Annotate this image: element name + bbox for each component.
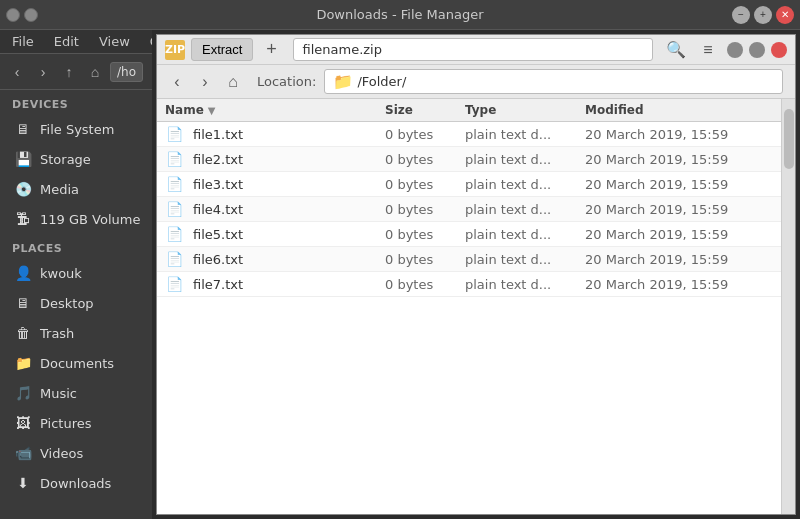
file-modified: 20 March 2019, 15:59 (585, 177, 773, 192)
file-modified: 20 March 2019, 15:59 (585, 252, 773, 267)
file-name: file3.txt (193, 177, 385, 192)
maximize-button[interactable]: + (754, 6, 772, 24)
zip-forward-button[interactable]: › (193, 70, 217, 94)
sidebar-toolbar: ‹ › ↑ ⌂ /ho (0, 54, 152, 90)
sidebar-pictures-label: Pictures (40, 416, 91, 431)
sidebar-trash-label: Trash (40, 326, 74, 341)
zip-close-button[interactable] (771, 42, 787, 58)
file-size: 0 bytes (385, 152, 465, 167)
zip-search-button[interactable]: 🔍 (663, 37, 689, 63)
downloads-icon: ⬇ (14, 474, 32, 492)
scrollbar-thumb[interactable] (784, 109, 794, 169)
zip-home-button[interactable]: ⌂ (221, 70, 245, 94)
location-label: Location: (257, 74, 316, 89)
sidebar-item-filesystem[interactable]: 🖥 File System (4, 115, 148, 143)
file-type: plain text d... (465, 152, 585, 167)
file-type: plain text d... (465, 202, 585, 217)
sidebar-item-documents[interactable]: 📁 Documents (4, 349, 148, 377)
file-size: 0 bytes (385, 202, 465, 217)
home-button[interactable]: ⌂ (84, 61, 106, 83)
sidebar-item-trash[interactable]: 🗑 Trash (4, 319, 148, 347)
file-icon: 📄 (165, 200, 183, 218)
storage-icon: 💾 (14, 150, 32, 168)
folder-icon: 📁 (333, 72, 353, 91)
file-modified: 20 March 2019, 15:59 (585, 202, 773, 217)
sidebar-item-videos[interactable]: 📹 Videos (4, 439, 148, 467)
file-name: file7.txt (193, 277, 385, 292)
sidebar-item-kwouk[interactable]: 👤 kwouk (4, 259, 148, 287)
file-name: file6.txt (193, 252, 385, 267)
pictures-icon: 🖼 (14, 414, 32, 432)
win-btn-2[interactable] (24, 8, 38, 22)
win-btn-1[interactable] (6, 8, 20, 22)
minimize-button[interactable]: − (732, 6, 750, 24)
file-type: plain text d... (465, 277, 585, 292)
sidebar-item-storage[interactable]: 💾 Storage (4, 145, 148, 173)
sidebar-kwouk-label: kwouk (40, 266, 82, 281)
column-modified[interactable]: Modified (585, 103, 773, 117)
breadcrumb-path[interactable]: /ho (110, 62, 143, 82)
sidebar-music-label: Music (40, 386, 77, 401)
window-title: Downloads - File Manager (316, 7, 483, 22)
sidebar-item-music[interactable]: 🎵 Music (4, 379, 148, 407)
forward-button[interactable]: › (32, 61, 54, 83)
menu-view[interactable]: View (95, 32, 134, 51)
zip-maximize-button[interactable] (749, 42, 765, 58)
column-type[interactable]: Type (465, 103, 585, 117)
file-name: file4.txt (193, 202, 385, 217)
table-row[interactable]: 📄 file4.txt 0 bytes plain text d... 20 M… (157, 197, 781, 222)
sidebar-item-volume[interactable]: 🗜 119 GB Volume (4, 205, 148, 233)
menu-file[interactable]: File (8, 32, 38, 51)
sidebar-item-pictures[interactable]: 🖼 Pictures (4, 409, 148, 437)
file-type: plain text d... (465, 252, 585, 267)
file-modified: 20 March 2019, 15:59 (585, 227, 773, 242)
close-button[interactable]: ✕ (776, 6, 794, 24)
file-list-header: Name ▼ Size Type Modified (157, 99, 781, 122)
file-name: file1.txt (193, 127, 385, 142)
sidebar: File Edit View Go Bo ‹ › ↑ ⌂ /ho DEVICES… (0, 30, 152, 519)
zip-menu-button[interactable]: ≡ (695, 37, 721, 63)
column-size[interactable]: Size (385, 103, 465, 117)
column-name[interactable]: Name ▼ (165, 103, 385, 117)
body-area: File Edit View Go Bo ‹ › ↑ ⌂ /ho DEVICES… (0, 30, 800, 519)
zip-titlebar: ZIP Extract + filename.zip 🔍 ≡ (157, 35, 795, 65)
scrollbar[interactable] (781, 99, 795, 514)
sidebar-documents-label: Documents (40, 356, 114, 371)
file-icon: 📄 (165, 125, 183, 143)
table-row[interactable]: 📄 file3.txt 0 bytes plain text d... 20 M… (157, 172, 781, 197)
table-row[interactable]: 📄 file1.txt 0 bytes plain text d... 20 M… (157, 122, 781, 147)
table-row[interactable]: 📄 file6.txt 0 bytes plain text d... 20 M… (157, 247, 781, 272)
sidebar-videos-label: Videos (40, 446, 83, 461)
trash-icon: 🗑 (14, 324, 32, 342)
add-button[interactable]: + (259, 38, 283, 62)
up-button[interactable]: ↑ (58, 61, 80, 83)
file-size: 0 bytes (385, 177, 465, 192)
file-icon: 📄 (165, 250, 183, 268)
sidebar-item-desktop[interactable]: 🖥 Desktop (4, 289, 148, 317)
title-bar: Downloads - File Manager − + ✕ (0, 0, 800, 30)
menubar: File Edit View Go Bo (0, 30, 152, 54)
sidebar-item-media[interactable]: 💿 Media (4, 175, 148, 203)
table-row[interactable]: 📄 file2.txt 0 bytes plain text d... 20 M… (157, 147, 781, 172)
location-path: /Folder/ (357, 74, 406, 89)
zip-back-button[interactable]: ‹ (165, 70, 189, 94)
documents-icon: 📁 (14, 354, 32, 372)
sidebar-downloads-label: Downloads (40, 476, 111, 491)
table-row[interactable]: 📄 file7.txt 0 bytes plain text d... 20 M… (157, 272, 781, 297)
file-size: 0 bytes (385, 227, 465, 242)
media-icon: 💿 (14, 180, 32, 198)
sidebar-filesystem-label: File System (40, 122, 114, 137)
extract-button[interactable]: Extract (191, 38, 253, 61)
file-icon: 📄 (165, 175, 183, 193)
zip-minimize-button[interactable] (727, 42, 743, 58)
file-icon: 📄 (165, 225, 183, 243)
sidebar-item-downloads[interactable]: ⬇ Downloads (4, 469, 148, 497)
sidebar-media-label: Media (40, 182, 79, 197)
zip-file-icon: ZIP (165, 40, 185, 60)
sort-arrow: ▼ (208, 105, 216, 116)
back-button[interactable]: ‹ (6, 61, 28, 83)
file-size: 0 bytes (385, 252, 465, 267)
file-name: file2.txt (193, 152, 385, 167)
table-row[interactable]: 📄 file5.txt 0 bytes plain text d... 20 M… (157, 222, 781, 247)
menu-edit[interactable]: Edit (50, 32, 83, 51)
